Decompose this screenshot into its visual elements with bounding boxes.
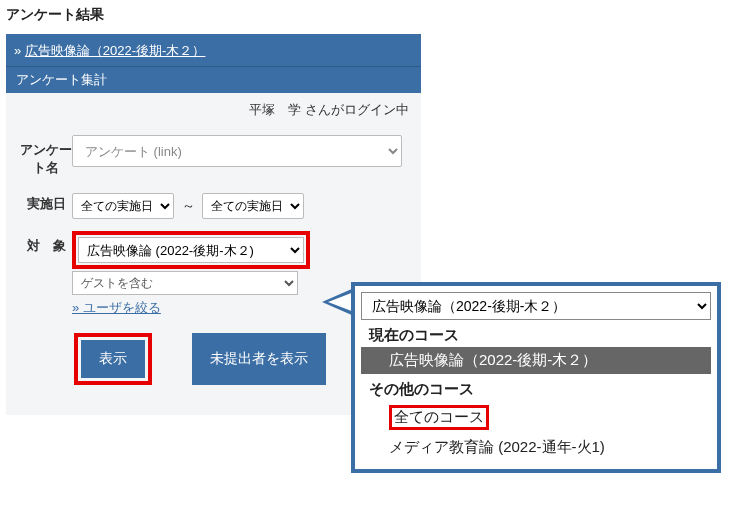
breadcrumb: » 広告映像論（2022-後期-木２） <box>6 36 421 66</box>
date-to-select[interactable]: 全ての実施日 <box>202 193 304 219</box>
filter-users-link[interactable]: » ユーザを絞る <box>72 299 161 317</box>
target-select[interactable]: 広告映像論 (2022-後期-木２) <box>78 237 304 263</box>
survey-select[interactable]: アンケート (link) <box>72 135 402 167</box>
dropdown-callout: 広告映像論（2022-後期-木２） 現在のコース 広告映像論（2022-後期-木… <box>351 282 721 473</box>
survey-name-label: アンケート名 <box>20 135 72 177</box>
login-status: 平塚 学 さんがログイン中 <box>6 93 421 133</box>
show-button[interactable]: 表示 <box>81 340 145 378</box>
callout-course-select[interactable]: 広告映像論（2022-後期-木２） <box>361 292 711 320</box>
date-label: 実施日 <box>20 189 72 213</box>
option-all-courses[interactable]: 全てのコース <box>361 401 711 434</box>
group-other-label: その他のコース <box>361 374 711 401</box>
all-courses-highlight: 全てのコース <box>389 405 489 430</box>
breadcrumb-course-link[interactable]: 広告映像論（2022-後期-木２） <box>25 43 206 58</box>
show-button-highlight: 表示 <box>74 333 152 385</box>
option-media-course[interactable]: メディア教育論 (2022-通年-火1) <box>361 434 711 461</box>
target-label: 対 象 <box>20 231 72 255</box>
guest-select[interactable]: ゲストを含む <box>72 271 298 295</box>
date-separator: ～ <box>182 198 195 213</box>
subheader: アンケート集計 <box>6 66 421 93</box>
page-title: アンケート結果 <box>0 0 731 34</box>
breadcrumb-prefix: » <box>14 43 25 58</box>
group-current-label: 現在のコース <box>361 320 711 347</box>
target-highlight: 広告映像論 (2022-後期-木２) <box>72 231 310 269</box>
show-unsubmitted-button[interactable]: 未提出者を表示 <box>192 333 326 385</box>
option-current-course[interactable]: 広告映像論（2022-後期-木２） <box>361 347 711 374</box>
date-from-select[interactable]: 全ての実施日 <box>72 193 174 219</box>
